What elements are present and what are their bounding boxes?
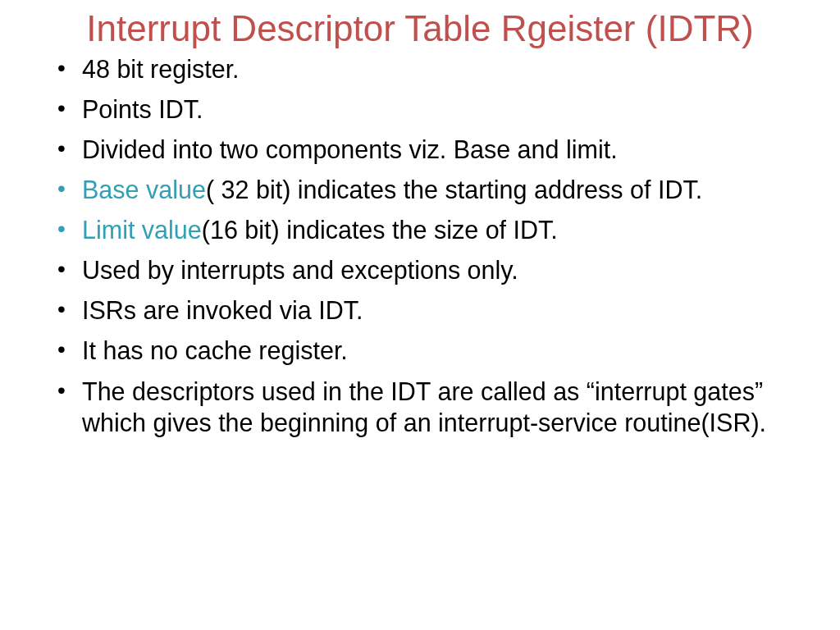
list-item: Limit value(16 bit) indicates the size o… bbox=[49, 214, 791, 245]
bullet-text: Divided into two components viz. Base an… bbox=[82, 135, 618, 163]
bullet-text: It has no cache register. bbox=[82, 336, 348, 364]
bullet-text: 48 bit register. bbox=[82, 55, 240, 83]
bullet-text: ISRs are invoked via IDT. bbox=[82, 296, 363, 324]
bullet-accent-prefix: Limit value bbox=[82, 216, 202, 244]
bullet-text: Used by interrupts and exceptions only. bbox=[82, 256, 518, 284]
slide-title: Interrupt Descriptor Table Rgeister (IDT… bbox=[49, 8, 791, 50]
list-item: Used by interrupts and exceptions only. bbox=[49, 254, 791, 285]
list-item: Base value( 32 bit) indicates the starti… bbox=[49, 174, 791, 205]
list-item: Points IDT. bbox=[49, 94, 791, 125]
list-item: It has no cache register. bbox=[49, 335, 791, 366]
list-item: 48 bit register. bbox=[49, 53, 791, 84]
bullet-accent-prefix: Base value bbox=[82, 176, 206, 203]
list-item: The descriptors used in the IDT are call… bbox=[49, 376, 791, 438]
bullet-text: (16 bit) indicates the size of IDT. bbox=[202, 216, 558, 244]
list-item: Divided into two components viz. Base an… bbox=[49, 134, 791, 165]
list-item: ISRs are invoked via IDT. bbox=[49, 294, 791, 326]
bullet-list: 48 bit register. Points IDT. Divided int… bbox=[49, 53, 791, 438]
bullet-text: The descriptors used in the IDT are call… bbox=[82, 377, 766, 436]
bullet-text: Points IDT. bbox=[82, 95, 203, 123]
bullet-text: ( 32 bit) indicates the starting address… bbox=[206, 176, 702, 203]
